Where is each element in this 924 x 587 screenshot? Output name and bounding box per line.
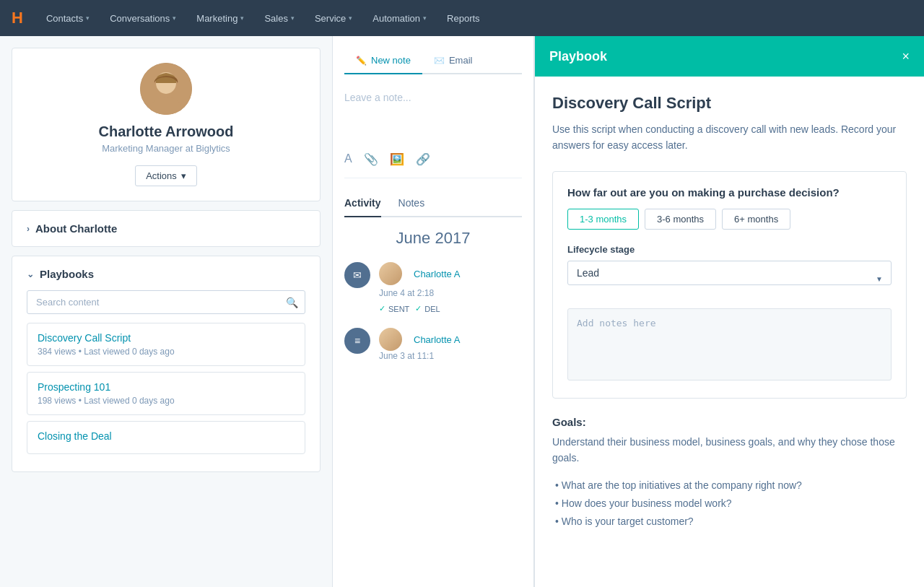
notes-textarea[interactable]	[567, 308, 892, 381]
playbook-panel-header: Playbook ×	[535, 36, 924, 77]
delivered-badge: ✓ DEL	[415, 304, 440, 313]
nav-item-contacts[interactable]: Contacts ▾	[38, 7, 98, 30]
chevron-down-icon: ⌄	[27, 269, 34, 279]
chat-activity-icon: ≡	[344, 328, 370, 354]
chevron-down-icon: ▾	[181, 170, 186, 181]
playbook-title: Discovery Call Script	[38, 332, 295, 344]
playbook-panel: Playbook × Discovery Call Script Use thi…	[534, 36, 924, 587]
avatar	[379, 328, 402, 351]
timeline-item: ✉ Charlotte A June 4 at 2:18 ✓ SENT ✓ DE…	[344, 262, 522, 313]
left-panel: Charlotte Arrowood Marketing Manager at …	[0, 36, 332, 587]
hubspot-logo: H	[12, 9, 23, 27]
check-icon: ✓	[415, 304, 422, 313]
choice-btn-6-plus-months[interactable]: 6+ months	[722, 209, 790, 230]
timeline-time: June 4 at 2:18	[379, 288, 522, 298]
search-box: 🔍	[27, 290, 305, 314]
search-icon[interactable]: 🔍	[286, 297, 298, 308]
main-area: Charlotte Arrowood Marketing Manager at …	[0, 36, 924, 587]
playbooks-header[interactable]: ⌄ Playbooks	[27, 268, 305, 280]
contact-card: Charlotte Arrowood Marketing Manager at …	[12, 48, 321, 201]
timeline-month: June 2017	[344, 229, 522, 248]
timeline-user: Charlotte A	[414, 269, 460, 279]
avatar	[379, 262, 402, 285]
choice-btn-1-3-months[interactable]: 1-3 months	[567, 209, 639, 230]
goals-title: Goals:	[552, 416, 907, 428]
script-title: Discovery Call Script	[552, 94, 907, 113]
playbook-panel-title: Playbook	[549, 49, 607, 64]
question-card: How far out are you on making a purchase…	[552, 171, 907, 399]
timeline-time: June 3 at 11:1	[379, 351, 522, 361]
nav-item-conversations[interactable]: Conversations ▾	[101, 7, 185, 30]
list-item[interactable]: Prospecting 101 198 views • Last viewed …	[27, 372, 305, 415]
chevron-down-icon: ▾	[173, 14, 176, 22]
tab-activity[interactable]: Activity	[344, 190, 381, 217]
close-button[interactable]: ×	[902, 50, 910, 63]
pencil-icon: ✏️	[356, 56, 367, 66]
sent-badge: ✓ SENT	[379, 304, 409, 313]
activity-tabs: Activity Notes	[344, 190, 522, 217]
image-icon[interactable]: 🖼️	[390, 152, 404, 166]
nav-menu: Contacts ▾ Conversations ▾ Marketing ▾ S…	[38, 7, 489, 30]
note-toolbar: A 📎 🖼️ 🔗	[344, 144, 522, 166]
choice-buttons: 1-3 months 3-6 months 6+ months	[567, 209, 892, 230]
avatar	[140, 63, 192, 115]
chevron-down-icon: ▾	[86, 14, 90, 22]
chevron-right-icon: ›	[27, 224, 30, 234]
search-input[interactable]	[27, 290, 305, 314]
chevron-down-icon: ▾	[291, 14, 295, 22]
timeline-badges: ✓ SENT ✓ DEL	[379, 304, 522, 313]
note-placeholder[interactable]: Leave a note...	[344, 86, 522, 144]
check-icon: ✓	[379, 304, 385, 313]
email-activity-icon: ✉	[344, 262, 370, 288]
goal-item: What are the top initiatives at the comp…	[552, 477, 907, 495]
question-text: How far out are you on making a purchase…	[567, 186, 892, 199]
playbook-meta: 384 views • Last viewed 0 days ago	[38, 347, 295, 357]
playbook-title: Closing the Deal	[38, 430, 295, 442]
chevron-down-icon: ▾	[240, 14, 244, 22]
goals-section: Goals: Understand their business model, …	[552, 416, 907, 531]
goal-item: How does your business model work?	[552, 495, 907, 513]
link-icon[interactable]: 🔗	[416, 152, 430, 166]
playbook-meta: 198 views • Last viewed 0 days ago	[38, 396, 295, 406]
note-tabs: ✏️ New note ✉️ Email	[344, 48, 522, 74]
middle-panel: ✏️ New note ✉️ Email Leave a note... A 📎…	[332, 36, 534, 587]
nav-item-service[interactable]: Service ▾	[306, 7, 361, 30]
list-item[interactable]: Discovery Call Script 384 views • Last v…	[27, 323, 305, 366]
lifecycle-label: Lifecycle stage	[567, 244, 892, 255]
actions-button[interactable]: Actions ▾	[135, 165, 197, 186]
chevron-down-icon: ▾	[423, 14, 427, 22]
lifecycle-select[interactable]: Lead Marketing Qualified Lead Sales Qual…	[567, 261, 892, 285]
contact-job-title: Marketing Manager at Biglytics	[102, 143, 230, 154]
goal-item: Who is your target customer?	[552, 513, 907, 531]
timeline-user: Charlotte A	[414, 334, 460, 345]
playbook-panel-body: Discovery Call Script Use this script wh…	[535, 77, 924, 548]
goals-description: Understand their business model, busines…	[552, 434, 907, 466]
chevron-down-icon: ▾	[349, 14, 352, 22]
nav-item-marketing[interactable]: Marketing ▾	[188, 7, 253, 30]
email-icon: ✉️	[434, 56, 445, 66]
timeline-content: Charlotte A June 3 at 11:1	[379, 328, 522, 361]
tab-email[interactable]: ✉️ Email	[422, 48, 484, 74]
choice-btn-3-6-months[interactable]: 3-6 months	[645, 209, 716, 230]
contact-name: Charlotte Arrowood	[98, 123, 233, 140]
nav-item-reports[interactable]: Reports	[438, 7, 489, 30]
timeline-content: Charlotte A June 4 at 2:18 ✓ SENT ✓ DEL	[379, 262, 522, 313]
tab-notes[interactable]: Notes	[398, 190, 425, 217]
top-navigation: H Contacts ▾ Conversations ▾ Marketing ▾…	[0, 0, 924, 36]
text-format-icon[interactable]: A	[344, 152, 352, 166]
nav-item-sales[interactable]: Sales ▾	[256, 7, 303, 30]
script-description: Use this script when conducting a discov…	[552, 121, 907, 154]
attachment-icon[interactable]: 📎	[364, 152, 378, 166]
tab-new-note[interactable]: ✏️ New note	[344, 48, 422, 74]
about-section[interactable]: › About Charlotte	[12, 210, 321, 247]
playbook-title: Prospecting 101	[38, 381, 295, 393]
note-area: Leave a note... A 📎 🖼️ 🔗	[344, 74, 522, 178]
playbooks-section: ⌄ Playbooks 🔍 Discovery Call Script 384 …	[12, 256, 321, 472]
nav-item-automation[interactable]: Automation ▾	[364, 7, 435, 30]
list-item[interactable]: Closing the Deal	[27, 421, 305, 454]
timeline-item: ≡ Charlotte A June 3 at 11:1	[344, 328, 522, 361]
lifecycle-select-wrapper: Lead Marketing Qualified Lead Sales Qual…	[567, 261, 892, 297]
about-section-header[interactable]: › About Charlotte	[27, 222, 305, 235]
